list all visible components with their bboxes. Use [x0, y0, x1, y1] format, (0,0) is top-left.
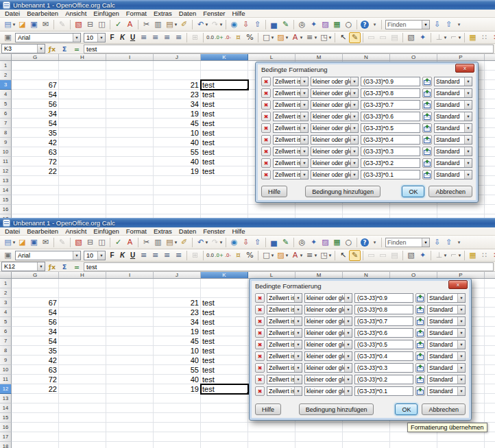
chevron-down-icon[interactable]: ▼	[300, 147, 308, 155]
cell[interactable]	[485, 308, 495, 317]
menu-item-extras[interactable]: Extras	[150, 10, 176, 17]
remove-condition-icon[interactable]: ✖	[261, 112, 271, 121]
align-right-icon[interactable]: ≡	[161, 250, 173, 261]
cell[interactable]	[390, 205, 437, 214]
cell[interactable]	[154, 442, 201, 448]
cell[interactable]	[12, 394, 59, 403]
condition-type-select[interactable]: Zellwert ist▼	[267, 316, 302, 326]
row-header-10[interactable]: 10	[0, 147, 12, 157]
cell[interactable]	[201, 186, 248, 195]
cell[interactable]	[12, 432, 59, 442]
cell-J6[interactable]: 19	[154, 109, 201, 119]
cell[interactable]	[201, 394, 248, 403]
hyperlink-icon[interactable]: ◉	[228, 237, 240, 248]
cell[interactable]	[201, 61, 248, 71]
chevron-down-icon[interactable]: ▼	[294, 306, 302, 314]
cell-style-select[interactable]: Standard▼	[434, 158, 472, 168]
cell-J12[interactable]: 19	[154, 166, 201, 176]
column-header-G[interactable]: G	[12, 272, 59, 278]
cell[interactable]	[106, 176, 154, 186]
remove-condition-icon[interactable]: ✖	[255, 305, 265, 314]
row-header-18[interactable]: 18	[0, 442, 12, 448]
chevron-down-icon[interactable]: ▼	[294, 375, 302, 384]
column-header-J[interactable]: J	[154, 272, 201, 278]
cell[interactable]	[154, 403, 201, 413]
column-header-O[interactable]: O	[390, 272, 437, 278]
menu-item-bearbeiten[interactable]: Bearbeiten	[23, 10, 62, 17]
cell[interactable]	[485, 138, 495, 147]
cell-K7[interactable]: test	[201, 336, 248, 346]
condition-type-select[interactable]: Zellwert ist▼	[267, 340, 302, 349]
cell-K11[interactable]: test	[201, 375, 248, 384]
function-wizard-icon[interactable]: ƒx	[47, 45, 58, 53]
row-header-4[interactable]: 4	[0, 90, 12, 99]
email-icon[interactable]: ✉	[40, 237, 51, 248]
cell-style-select[interactable]: Standard▼	[427, 351, 466, 361]
find-replace-icon[interactable]: ◎	[296, 19, 308, 30]
cell[interactable]	[12, 423, 59, 432]
chevron-down-icon[interactable]: ▼	[457, 352, 465, 360]
chevron-down-icon[interactable]: ▼	[73, 251, 80, 260]
cell[interactable]	[343, 442, 390, 448]
cell[interactable]	[12, 71, 59, 80]
italic-button[interactable]: K	[117, 32, 128, 42]
cell[interactable]	[485, 119, 495, 128]
remove-condition-icon[interactable]: ✖	[261, 88, 271, 98]
cell-G6[interactable]: 34	[12, 327, 59, 336]
column-header-K[interactable]: K	[201, 54, 248, 60]
shrink-icon[interactable]	[422, 135, 432, 145]
cell[interactable]	[248, 432, 295, 442]
cell[interactable]	[59, 346, 106, 356]
condition-formula-input[interactable]	[361, 135, 420, 145]
copy-icon[interactable]: ▥	[152, 19, 164, 30]
cell-style-select[interactable]: Standard▼	[434, 123, 472, 133]
chevron-down-icon[interactable]: ▼	[344, 364, 352, 372]
row-header-3[interactable]: 3	[0, 80, 12, 90]
row-header-15[interactable]: 15	[0, 413, 12, 423]
remove-condition-icon[interactable]: ✖	[261, 147, 271, 156]
cell[interactable]	[201, 71, 248, 80]
chevron-down-icon[interactable]: ▼	[464, 101, 472, 109]
bold-button[interactable]: F	[107, 250, 117, 260]
menu-item-hilfe[interactable]: Hilfe	[228, 227, 248, 235]
cell[interactable]	[485, 346, 495, 356]
zoom-icon[interactable]: ○	[343, 19, 354, 30]
column-header-O[interactable]: O	[390, 54, 437, 60]
cell[interactable]	[485, 109, 495, 119]
chevron-down-icon[interactable]: ▼	[344, 340, 352, 349]
wizard-icon[interactable]: ✦	[417, 250, 428, 261]
cell[interactable]	[485, 298, 495, 308]
cell-K8[interactable]: test	[201, 346, 248, 356]
cell[interactable]	[59, 413, 106, 423]
chart-icon[interactable]: ▅	[268, 19, 280, 30]
remove-condition-icon[interactable]: ✖	[255, 363, 265, 373]
chevron-down-icon[interactable]: ▼	[457, 387, 465, 395]
operator-select[interactable]: kleiner oder gleich▼	[311, 100, 359, 110]
show-draw-grid-icon[interactable]: ▦	[467, 32, 479, 43]
remove-condition-icon[interactable]: ✖	[261, 170, 271, 179]
help-icon[interactable]: ?	[361, 21, 369, 29]
shrink-icon[interactable]	[422, 158, 432, 168]
cell[interactable]	[248, 442, 295, 448]
grid-visible-icon[interactable]: ∷	[479, 250, 490, 261]
save-icon[interactable]: ▣	[28, 19, 40, 30]
row-header-1[interactable]: 1	[0, 279, 12, 288]
underline-button[interactable]: U	[128, 250, 138, 260]
page-preview-icon[interactable]: ◫	[96, 237, 108, 248]
row-header-14[interactable]: 14	[0, 186, 12, 195]
chevron-down-icon[interactable]: ▼	[464, 171, 472, 179]
cell[interactable]	[59, 61, 106, 71]
cell[interactable]	[12, 403, 59, 413]
format-paintbrush-icon[interactable]: ✐	[178, 19, 190, 30]
cell[interactable]	[437, 205, 485, 214]
cell[interactable]	[106, 195, 154, 205]
cell[interactable]	[106, 157, 154, 166]
chevron-down-icon[interactable]: ▼	[457, 340, 465, 349]
cell[interactable]	[59, 356, 106, 365]
auto-spellcheck-icon[interactable]: A	[124, 19, 136, 30]
find-toolbar-options-icon[interactable]: ▾	[455, 237, 463, 248]
chevron-down-icon[interactable]: ▼	[350, 171, 358, 179]
operator-select[interactable]: kleiner oder gleich▼	[311, 88, 359, 98]
cell[interactable]	[154, 279, 201, 288]
cell[interactable]	[201, 413, 248, 423]
